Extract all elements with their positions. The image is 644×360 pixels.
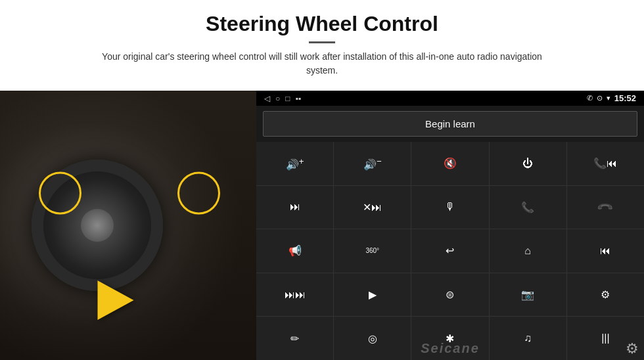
next-track-icon: ⏭ [290,201,300,213]
home-button[interactable]: ⌂ [490,229,566,273]
subtitle: Your original car's steering wheel contr… [92,50,552,78]
status-right: ✆ ⊙ ▾ 15:52 [587,93,636,103]
vol-down-icon: 🔊− [363,156,382,171]
home-nav-icon[interactable]: ○ [275,94,280,103]
sw-left-button-highlight [39,171,81,214]
bluetooth-icon: ✱ [446,332,454,345]
power-button[interactable]: ⏻ [490,142,566,185]
seek-button[interactable]: ✕⏭ [334,186,411,229]
mic-button[interactable]: 🎙 [411,186,488,229]
vol-down-button[interactable]: 🔊− [334,142,411,185]
settings-gear-button[interactable]: ⚙ [626,340,639,357]
music-button[interactable]: ♫ [490,317,566,360]
hang-up-icon: 📞 [597,198,615,217]
call-icon: 📞 [521,201,534,214]
eq-icon: ⚙ [601,288,610,301]
fast-fwd-icon: ⏭⏭ [285,289,306,301]
page-title: Steering Wheel Control [39,12,605,36]
eq-button[interactable]: ⚙ [567,273,644,317]
seek-icon: ✕⏭ [363,201,382,214]
dashcam-icon: 📷 [521,288,534,301]
draw-icon: ✏ [290,332,299,345]
control-grid: 🔊+ 🔊− 🔇 ⏻ 📞⏮ ⏭ ✕⏭ [256,142,644,360]
recents-nav-icon[interactable]: □ [285,94,290,103]
power-icon: ⏻ [522,158,533,169]
camera-360-button[interactable]: 360° [334,229,411,273]
header-section: Steering Wheel Control Your original car… [0,0,644,84]
page-container: Steering Wheel Control Your original car… [0,0,644,360]
content-area: ◁ ○ □ ▪▪ ✆ ⊙ ▾ 15:52 Begin learn [0,91,644,360]
fast-fwd-button[interactable]: ⏭⏭ [256,273,333,317]
horn-button[interactable]: 📢 [256,229,333,273]
steering-wheel-center [81,209,114,242]
status-left: ◁ ○ □ ▪▪ [264,94,301,103]
mute-button[interactable]: 🔇 [411,142,488,185]
prev-icon: ⏮ [600,245,610,257]
vol-up-icon: 🔊+ [286,156,304,171]
nav-icon: ▶ [369,288,377,301]
begin-learn-button[interactable]: Begin learn [263,111,637,137]
focus-button[interactable]: ◎ [334,317,411,360]
dashcam-button[interactable]: 📷 [490,273,566,317]
vol-up-button[interactable]: 🔊+ [256,142,333,185]
focus-icon: ◎ [368,332,377,345]
call-button[interactable]: 📞 [490,186,566,229]
hang-up-button[interactable]: 📞 [567,186,644,229]
head-unit: ◁ ○ □ ▪▪ ✆ ⊙ ▾ 15:52 Begin learn [256,91,644,360]
visualizer-icon: ||| [601,332,609,344]
status-bar: ◁ ○ □ ▪▪ ✆ ⊙ ▾ 15:52 [256,91,644,106]
source-icon: ⊜ [446,288,454,301]
nav-button[interactable]: ▶ [334,273,411,317]
prev-button[interactable]: ⏮ [567,229,644,273]
next-track-button[interactable]: ⏭ [256,186,333,229]
location-status-icon: ⊙ [597,94,603,102]
phone-prev-button[interactable]: 📞⏮ [567,142,644,185]
camera-360-icon: 360° [365,247,379,254]
back-button[interactable]: ↩ [411,229,488,273]
battery-icon: ▪▪ [296,94,302,103]
phone-status-icon: ✆ [587,94,593,102]
phone-prev-icon: 📞⏮ [593,157,617,169]
title-divider [309,41,335,43]
wifi-status-icon: ▾ [607,94,610,102]
home-icon: ⌂ [524,245,531,257]
music-icon: ♫ [524,332,532,344]
back-nav-icon[interactable]: ◁ [264,94,270,103]
time-display: 15:52 [614,93,636,103]
begin-learn-row: Begin learn [256,106,644,142]
arrow-icon [97,281,133,320]
sw-arrow [97,281,133,320]
source-button[interactable]: ⊜ [411,273,488,317]
back-icon: ↩ [446,244,454,257]
horn-icon: 📢 [288,244,302,257]
sw-right-button-highlight [177,171,220,214]
draw-button[interactable]: ✏ [256,317,333,360]
mute-icon: 🔇 [444,157,457,169]
bluetooth-button[interactable]: ✱ [411,317,488,360]
steering-wheel-image [0,91,256,360]
mic-icon: 🎙 [445,201,455,213]
